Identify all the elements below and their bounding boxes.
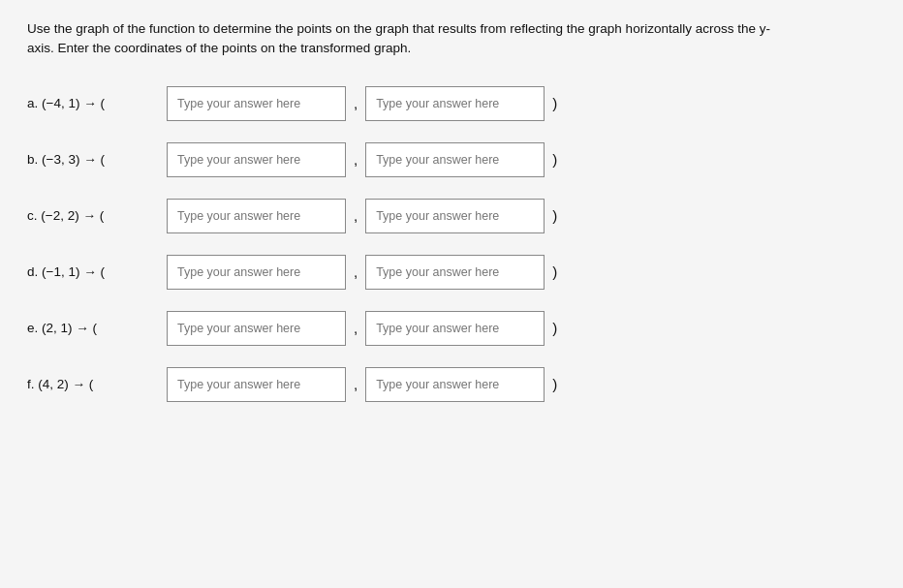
- row-label-b: b. (−3, 3) → (: [27, 152, 163, 167]
- comma-d: ,: [354, 263, 358, 280]
- comma-a: ,: [354, 95, 358, 111]
- row-label-e: e. (2, 1) → (: [27, 321, 163, 335]
- input-y-e[interactable]: [365, 311, 545, 346]
- close-paren-c: ): [552, 207, 557, 224]
- input-x-b[interactable]: [167, 142, 346, 177]
- answer-row-d: d. (−1, 1) → (,): [27, 249, 876, 295]
- input-x-d[interactable]: [167, 255, 346, 290]
- comma-b: ,: [354, 151, 358, 168]
- answer-row-f: f. (4, 2) → (,): [27, 361, 876, 408]
- input-y-c[interactable]: [365, 199, 545, 233]
- close-paren-a: ): [552, 95, 557, 111]
- input-y-f[interactable]: [365, 367, 545, 402]
- page-container: Use the graph of the function to determi…: [0, 0, 903, 588]
- comma-c: ,: [354, 207, 358, 224]
- answer-row-b: b. (−3, 3) → (,): [27, 137, 876, 183]
- input-x-c[interactable]: [167, 199, 346, 233]
- instructions-text: Use the graph of the function to determi…: [27, 19, 876, 59]
- input-y-b[interactable]: [365, 142, 545, 177]
- input-x-e[interactable]: [167, 311, 346, 346]
- row-label-d: d. (−1, 1) → (: [27, 264, 163, 279]
- answer-row-e: e. (2, 1) → (,): [27, 305, 876, 352]
- row-label-c: c. (−2, 2) → (: [27, 208, 163, 223]
- rows-container: a. (−4, 1) → (,)b. (−3, 3) → (,)c. (−2, …: [27, 80, 876, 408]
- close-paren-d: ): [552, 263, 557, 280]
- close-paren-e: ): [552, 320, 557, 336]
- row-label-a: a. (−4, 1) → (: [27, 96, 163, 110]
- input-y-d[interactable]: [365, 255, 545, 290]
- comma-e: ,: [354, 320, 358, 336]
- input-x-a[interactable]: [167, 86, 346, 121]
- input-y-a[interactable]: [365, 86, 545, 121]
- close-paren-f: ): [552, 376, 557, 392]
- close-paren-b: ): [552, 151, 557, 168]
- comma-f: ,: [354, 376, 358, 392]
- input-x-f[interactable]: [167, 367, 346, 402]
- answer-row-a: a. (−4, 1) → (,): [27, 80, 876, 127]
- row-label-f: f. (4, 2) → (: [27, 377, 163, 391]
- answer-row-c: c. (−2, 2) → (,): [27, 193, 876, 239]
